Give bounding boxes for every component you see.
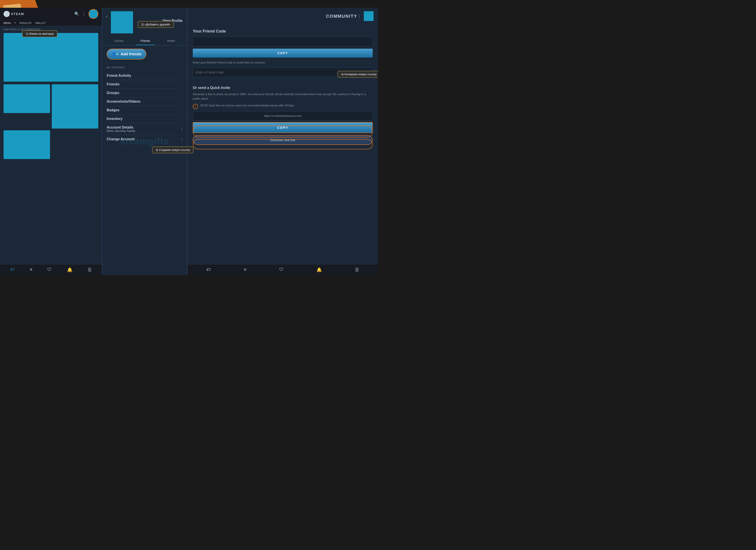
community-avatar: [364, 11, 374, 21]
tab-friends[interactable]: Friends: [136, 37, 154, 45]
quick-invite-title: Or send a Quick Invite: [193, 86, 373, 90]
search-icon[interactable]: 🔍: [74, 12, 79, 16]
featured-grid: [4, 84, 98, 159]
menu-badges[interactable]: Badges: [107, 106, 183, 114]
steam-logo: ⚙ STEAM: [4, 11, 24, 17]
community-more-icon[interactable]: ⋮: [357, 14, 361, 19]
friend-code-display: [193, 37, 373, 46]
featured-card-3[interactable]: [4, 130, 50, 159]
bottom-nav-shield-icon[interactable]: 🛡: [47, 267, 52, 273]
step1-text: 1) Жмем на аватарку: [26, 32, 54, 35]
change-account-label: Change Account: [107, 137, 135, 141]
add-friends-icon: 👤+: [112, 52, 118, 56]
community-header-icons: ⋮: [357, 11, 374, 21]
change-account-arrow: ›: [181, 137, 183, 141]
more-options-icon[interactable]: ⋮: [82, 12, 86, 16]
featured-card-1[interactable]: [4, 84, 50, 113]
right-bottom-nav-list-icon[interactable]: ≡: [244, 267, 247, 273]
header-icons: 🔍 ⋮: [74, 9, 98, 19]
menu-account-details[interactable]: Account Details Store, Security, Family …: [107, 123, 183, 135]
left-bottom-nav: 🏷 ≡ 🛡 🔔 ☰: [0, 264, 102, 275]
user-avatar-small: [90, 10, 97, 18]
step3-annotation: 3) Создаем новую ссылку: [152, 147, 193, 153]
right-bottom-nav-bell-icon[interactable]: 🔔: [316, 267, 322, 273]
menu-friend-activity[interactable]: Friend Activity: [107, 72, 183, 80]
my-content-section: MY CONTENT Friend Activity Friends Group…: [102, 63, 187, 143]
menu-friends[interactable]: Friends: [107, 80, 183, 89]
friend-code-hint: Enter your friend's Friend Code to invit…: [193, 61, 373, 65]
featured-card-2[interactable]: [52, 84, 98, 129]
copy-friend-code-button[interactable]: COPY: [193, 49, 373, 58]
steam-nav: MENU ▾ WISHLIST WALLET: [0, 20, 102, 26]
middle-panel: steamgifts ‹ View Profile 2) «Добавить д…: [102, 8, 187, 275]
main-container: ⚙ STEAM 🔍 ⋮ MENU ▾ WISHLIST WALLET: [0, 0, 378, 275]
copy-invite-link-button[interactable]: COPY: [193, 122, 373, 133]
left-panel: ⚙ STEAM 🔍 ⋮ MENU ▾ WISHLIST WALLET: [0, 8, 102, 275]
step4-annotation: 4) Копируем новую ссылку: [337, 71, 378, 78]
screenshots-label: Screenshots/Videos: [107, 100, 141, 104]
steam-label: STEAM: [11, 12, 24, 16]
bottom-nav-menu-icon[interactable]: ☰: [88, 267, 92, 273]
menu-groups[interactable]: Groups: [107, 89, 183, 97]
bottom-nav-bell-icon[interactable]: 🔔: [67, 267, 73, 273]
step2-annotation: 2) «Добавить друзей»: [138, 21, 174, 28]
steam-header: ⚙ STEAM 🔍 ⋮: [0, 8, 102, 20]
menu-screenshots[interactable]: Screenshots/Videos: [107, 97, 183, 106]
friends-label: Friends: [107, 82, 120, 86]
community-header: COMMUNITY ⋮: [187, 8, 378, 25]
steam-icon: ⚙: [4, 11, 10, 17]
profile-avatar: [111, 11, 133, 33]
add-friends-label: Add friends: [121, 52, 141, 56]
avatar-orange-ring[interactable]: [89, 9, 98, 19]
bottom-nav-tag-icon[interactable]: 🏷: [10, 267, 15, 273]
check-icon: ✓: [193, 104, 198, 109]
account-details-arrow: ›: [181, 127, 183, 131]
nav-menu-chevron: ▾: [15, 21, 16, 24]
nav-menu[interactable]: MENU: [4, 22, 11, 24]
generate-link-button[interactable]: Generate new link: [193, 135, 373, 145]
right-bottom-nav-tag-icon[interactable]: 🏷: [206, 267, 211, 273]
invite-link-display: https://s.team/p/ваша/ссылка: [193, 111, 373, 120]
groups-label: Groups: [107, 91, 119, 95]
add-friends-button[interactable]: 👤+ Add friends: [107, 49, 146, 60]
account-details-content: Account Details Store, Security, Family: [107, 126, 135, 133]
featured-section: FEATURED & RECOMMENDED: [0, 26, 102, 264]
section-label: MY CONTENT: [107, 66, 183, 69]
note-text: NOTE: Each link can only be used once an…: [200, 104, 295, 108]
bottom-nav-list-icon[interactable]: ≡: [30, 267, 32, 273]
avatar-circle-container[interactable]: [89, 9, 98, 19]
friend-activity-label: Friend Activity: [107, 74, 131, 78]
step1-annotation: 1) Жмем на аватарку: [22, 30, 57, 37]
step2-text: 2) «Добавить друзей»: [141, 23, 170, 26]
community-title: COMMUNITY: [326, 14, 357, 19]
step3-text: 3) Создаем новую ссылку: [156, 148, 190, 152]
back-arrow-icon[interactable]: ‹: [106, 14, 107, 19]
account-details-label: Account Details: [107, 126, 135, 130]
nav-wallet[interactable]: WALLET: [35, 22, 46, 24]
right-panel: COMMUNITY ⋮ Your Friend Code COPY Enter …: [187, 8, 378, 275]
nav-wishlist[interactable]: WISHLIST: [19, 22, 32, 24]
badges-label: Badges: [107, 108, 120, 112]
account-details-sub: Store, Security, Family: [107, 130, 135, 133]
step4-text: 4) Копируем новую ссылку: [341, 73, 377, 76]
menu-inventory[interactable]: Inventory: [107, 115, 183, 123]
friend-code-title: Your Friend Code: [193, 29, 373, 34]
quick-invite-note: ✓ NOTE: Each link can only be used once …: [193, 104, 373, 109]
right-bottom-nav: 🏷 ≡ 🛡 🔔 ☰: [187, 264, 378, 275]
menu-change-account[interactable]: Change Account ›: [107, 135, 183, 143]
quick-invite-desc: Generate a link to share via email or SM…: [193, 92, 373, 101]
quick-invite-section: Or send a Quick Invite Generate a link t…: [187, 86, 378, 149]
tab-games[interactable]: Games: [110, 37, 128, 45]
inventory-label: Inventory: [107, 117, 123, 121]
right-bottom-nav-menu-icon[interactable]: ☰: [355, 267, 359, 273]
right-bottom-nav-shield-icon[interactable]: 🛡: [279, 267, 284, 273]
tab-wallet[interactable]: Wallet: [163, 37, 179, 45]
profile-tabs: Games Friends Wallet: [102, 37, 187, 46]
featured-banner: [4, 33, 98, 82]
